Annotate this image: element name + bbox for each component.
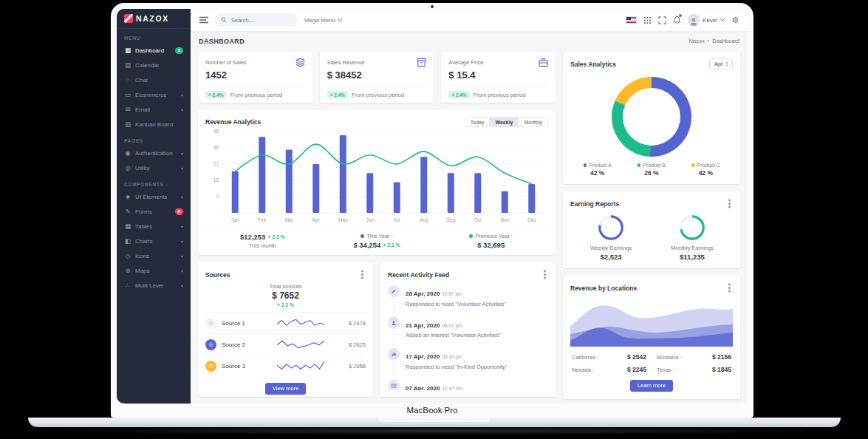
svg-text:Feb: Feb	[258, 217, 267, 222]
stat-card-value: $ 15.4	[448, 69, 548, 81]
search-input[interactable]	[230, 16, 287, 24]
kebab-menu-icon[interactable]	[361, 273, 363, 276]
sidebar-item-chat[interactable]: ◌Chat	[117, 72, 191, 87]
breadcrumb-current: Dashboard	[712, 38, 739, 44]
stat-cards-row: Number of Sales1452+ 2.4%From previous p…	[198, 52, 556, 103]
legend-name: Product A	[589, 163, 611, 168]
briefcase-icon	[539, 58, 548, 67]
sidebar-item-label: Icons	[135, 253, 149, 259]
sidebar-item-badge: 3	[175, 47, 183, 54]
multi-level-icon: ∴	[124, 282, 131, 289]
mega-menu-button[interactable]: Mega Menu	[304, 17, 342, 24]
sales-legend: Product A42 %Product B26 %Product C42 %	[570, 163, 733, 177]
range-button-monthly[interactable]: Monthly	[518, 118, 547, 126]
ecommerce-icon: ▭	[124, 91, 131, 98]
locations-area-chart	[570, 299, 733, 347]
earning-value: $11,235	[652, 253, 733, 261]
range-button-weekly[interactable]: Weekly	[489, 118, 518, 126]
earning-item-weekly-earnings: Weekly Earnings$2,523	[570, 214, 652, 261]
svg-text:May: May	[338, 217, 348, 223]
view-more-button[interactable]: View more	[265, 383, 306, 395]
sidebar-item-label: Authentication	[135, 150, 173, 157]
fullscreen-icon[interactable]	[658, 16, 666, 24]
breadcrumb: Nazox › Dashboard	[689, 38, 739, 44]
revenue-analytics-card: Revenue Analytics TodayWeeklyMonthly 453…	[198, 110, 556, 255]
sidebar-item-ui-elements[interactable]: ◈UI Elements▾	[117, 189, 191, 204]
location-stat-california-: California :$ 2542	[572, 353, 646, 361]
user-menu[interactable]: Kevin	[688, 14, 725, 26]
source-icon: ◎	[205, 361, 216, 372]
pencil-icon	[388, 285, 400, 297]
webcam-icon	[431, 5, 434, 8]
legend-dot	[584, 163, 587, 167]
svg-text:Jun: Jun	[366, 217, 375, 222]
settings-gear-icon[interactable]: ⚙	[731, 16, 739, 25]
legend-dot	[691, 163, 695, 167]
prev-year-label: Previous Year :	[475, 233, 512, 239]
chart-icon	[388, 348, 400, 360]
legend-label: Product B	[624, 163, 678, 168]
stat-card-title: Sales Revenue	[327, 59, 365, 66]
stat-change-badge: + 2.4%	[205, 91, 226, 98]
source-icon: ◎	[205, 318, 216, 329]
source-row-source-3[interactable]: ◎Source 3$ 2856	[205, 355, 366, 376]
kebab-menu-icon[interactable]	[544, 273, 546, 276]
chevron-down-icon: ▾	[181, 166, 183, 171]
sidebar-item-email[interactable]: ✉Email▾	[117, 102, 191, 117]
sidebar-item-calendar[interactable]: ▤Calendar	[117, 58, 191, 72]
logo[interactable]: NAZOX	[117, 9, 191, 29]
notification-dot	[679, 14, 682, 17]
location-stat-texas-: Texas :$ 1845	[657, 366, 731, 373]
breadcrumb-root[interactable]: Nazox	[689, 38, 705, 44]
prev-year-value: $ 32,695	[477, 241, 505, 249]
notifications-bell-icon[interactable]	[673, 16, 681, 24]
sidebar-item-authentication[interactable]: ◉Authentication▾	[117, 146, 191, 160]
sidebar-item-maps[interactable]: ⊚Maps▾	[117, 263, 191, 278]
this-year-change: + 2.1 %	[383, 242, 400, 248]
sidebar-item-charts[interactable]: ◧Charts▾	[117, 234, 191, 248]
chat-icon: ◌	[124, 76, 131, 84]
source-name: Source 1	[222, 320, 253, 327]
archive-icon	[417, 58, 426, 67]
sidebar-item-label: Ecommerce	[135, 92, 167, 98]
month-select[interactable]: Apr ▴▾	[709, 58, 733, 69]
sidebar-section-label: MENU	[117, 29, 191, 43]
sidebar-item-forms[interactable]: ✎Forms8	[117, 204, 191, 219]
sidebar-item-kanban-board[interactable]: ▥Kanban Board	[117, 117, 191, 132]
month-select-value: Apr	[714, 61, 723, 67]
timeline-connector	[394, 330, 394, 350]
kebab-menu-icon[interactable]	[728, 287, 731, 289]
svg-text:Sep: Sep	[446, 217, 455, 223]
sidebar-item-tables[interactable]: ▦Tables▾	[117, 219, 191, 234]
legend-item-product-b: Product B26 %	[624, 163, 678, 177]
sidebar-item-multi-level[interactable]: ∴Multi Level▾	[117, 278, 191, 293]
apps-grid-icon[interactable]	[643, 16, 652, 24]
range-button-today[interactable]: Today	[465, 118, 490, 126]
sidebar-item-utility[interactable]: ◎Utility▾	[117, 160, 191, 175]
hamburger-menu-icon[interactable]	[199, 16, 208, 24]
svg-text:Jan: Jan	[231, 217, 239, 222]
activity-date: 17 Apr, 2020	[406, 353, 440, 360]
source-row-source-1[interactable]: ◎Source 1$ 2478	[205, 312, 366, 333]
chevron-down-icon: ▾	[181, 239, 183, 244]
legend-name: Product C	[697, 163, 720, 168]
sidebar-item-label: Dashboard	[135, 47, 164, 54]
language-flag-icon[interactable]	[626, 16, 637, 24]
earning-item-monthly-earnings: Monthly Earnings$11,235	[652, 214, 733, 261]
card-title: Sources	[205, 271, 230, 279]
svg-text:Apr: Apr	[312, 217, 321, 223]
stat-change-badge: + 2.4%	[448, 91, 469, 98]
sidebar-item-dashboard[interactable]: ▦Dashboard3	[117, 43, 191, 58]
stat-card-average-price: Average Price$ 15.4+ 2.4%From previous p…	[441, 52, 556, 103]
legend-name: Product B	[643, 163, 666, 168]
source-row-source-2[interactable]: ◎Source 2$ 2625	[205, 333, 366, 355]
sidebar-section-label: COMPONENTS	[117, 175, 191, 189]
sidebar-item-icons[interactable]: ◇Icons▾	[117, 248, 191, 263]
card-title: Recent Activity Feed	[388, 271, 449, 279]
kebab-menu-icon[interactable]	[728, 203, 731, 205]
chevron-down-icon	[720, 18, 725, 21]
svg-text:Aug: Aug	[420, 217, 428, 223]
svg-text:18: 18	[213, 177, 219, 183]
learn-more-button[interactable]: Learn more	[630, 380, 673, 392]
sidebar-item-ecommerce[interactable]: ▭Ecommerce▾	[117, 87, 191, 102]
